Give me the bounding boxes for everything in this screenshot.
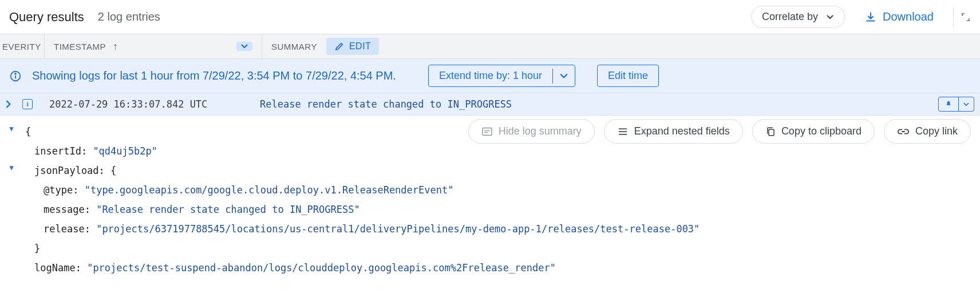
extend-time-button[interactable]: Extend time by: 1 hour [428,65,575,87]
correlate-label: Correlate by [762,11,818,23]
edit-summary-button[interactable]: EDIT [326,38,379,55]
hide-log-summary-button: Hide log summary [468,119,595,144]
info-icon [9,70,22,82]
copy-icon [765,126,776,137]
pin-button[interactable] [939,97,958,111]
time-range-banner: Showing logs for last 1 hour from 7/29/2… [0,59,980,93]
sort-ascending-icon: ↑ [113,41,118,53]
severity-column[interactable]: EVERITY [0,34,45,58]
pin-button-group [938,97,974,112]
caret-down-icon [241,44,248,49]
correlate-by-button[interactable]: Correlate by [751,6,845,28]
copy-to-clipboard-button[interactable]: Copy to clipboard [752,119,875,144]
collapse-icon[interactable]: ▼ [5,161,18,175]
banner-text: Showing logs for last 1 hour from 7/29/2… [32,69,396,82]
caret-down-icon [963,102,969,106]
summary-column: SUMMARY EDIT [262,34,388,58]
svg-rect-9 [769,129,774,136]
severity-cell: i [17,99,38,109]
download-icon [864,11,877,23]
copy-link-button[interactable]: Copy link [884,119,971,144]
page-title: Query results [9,10,84,25]
summary-icon [481,127,493,136]
svg-rect-3 [483,128,492,135]
expand-icon [617,127,629,136]
log-entry-row[interactable]: i 2022-07-29 16:33:07.842 UTC Release re… [0,93,980,116]
fullscreen-icon[interactable] [961,12,971,22]
divider [953,8,954,26]
pin-icon [945,100,953,109]
summary-cell: Release render state changed to IN_PROGR… [260,98,938,110]
expand-icon[interactable] [0,100,17,108]
pencil-icon [334,41,345,52]
svg-point-2 [15,73,16,74]
caret-down-icon [826,15,834,19]
pin-dropdown[interactable] [958,97,974,111]
timestamp-cell: 2022-07-29 16:33:07.842 UTC [49,98,255,110]
extend-time-dropdown[interactable] [552,69,575,84]
edit-time-button[interactable]: Edit time [597,65,659,87]
results-header: Query results 2 log entries Correlate by… [0,0,980,34]
download-label: Download [883,10,934,23]
expand-nested-fields-button[interactable]: Expand nested fields [604,119,743,144]
chevron-down-icon [560,73,568,79]
timestamp-dropdown[interactable] [236,42,252,51]
link-icon [897,128,910,135]
timestamp-column[interactable]: TIMESTAMP ↑ [45,34,262,58]
log-detail-json: ▼ { insertId: "qd4uj5b2p" ▼ jsonPayload:… [0,122,980,278]
info-severity-icon: i [22,99,33,109]
entry-count: 2 log entries [98,10,160,23]
download-button[interactable]: Download [859,7,939,27]
collapse-icon[interactable]: ▼ [5,122,18,136]
column-headers: EVERITY TIMESTAMP ↑ SUMMARY EDIT [0,34,980,59]
